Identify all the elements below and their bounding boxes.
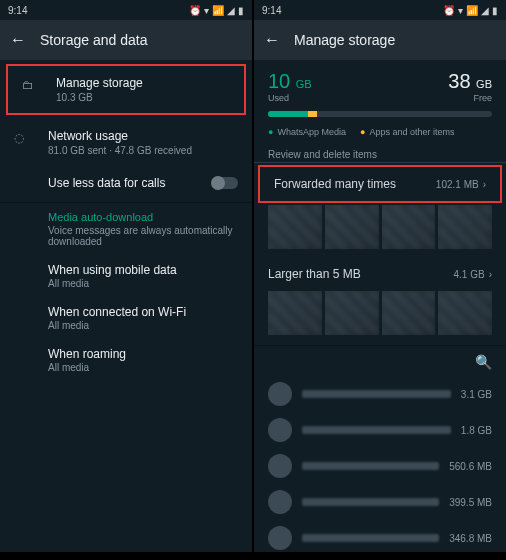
appbar-title: Storage and data — [40, 32, 147, 48]
thumbnail[interactable] — [325, 291, 379, 335]
storage-bar-media — [268, 111, 308, 117]
network-usage-label: Network usage — [48, 129, 238, 143]
mobile-data-row[interactable]: When using mobile data All media — [0, 255, 252, 297]
avatar — [268, 490, 292, 514]
storage-bar-other — [308, 111, 317, 117]
wifi-row[interactable]: When connected on Wi-Fi All media — [0, 297, 252, 339]
thumbnail[interactable] — [382, 291, 436, 335]
chat-size: 560.6 MB — [449, 461, 492, 472]
chat-size: 346.8 MB — [449, 533, 492, 544]
storage-and-data-screen: 9:14 ⏰▾📶◢▮ ← Storage and data 🗀 Manage s… — [0, 0, 252, 560]
manage-storage-label: Manage storage — [56, 76, 230, 90]
manage-storage-screen: 9:14 ⏰▾📶◢▮ ← Manage storage 10 GB Used 3… — [254, 0, 506, 560]
roaming-row[interactable]: When roaming All media — [0, 339, 252, 381]
chat-name-blurred — [302, 462, 439, 470]
chat-row[interactable]: 3.1 GB — [254, 376, 506, 412]
wifi-label: When connected on Wi-Fi — [48, 305, 238, 319]
auto-download-sub: Voice messages are always automatically … — [0, 225, 252, 255]
less-data-row[interactable]: Use less data for calls — [0, 166, 252, 200]
app-bar: ← Manage storage — [254, 20, 506, 60]
chat-size: 3.1 GB — [461, 389, 492, 400]
wifi-sub: All media — [48, 320, 238, 331]
chevron-right-icon: › — [489, 269, 492, 280]
storage-summary: 10 GB Used 38 GB Free — [254, 60, 506, 107]
used-label: Used — [268, 93, 312, 103]
chat-name-blurred — [302, 390, 451, 398]
spacer — [14, 182, 32, 184]
appbar-title: Manage storage — [294, 32, 395, 48]
status-bar: 9:14 ⏰▾📶◢▮ — [0, 0, 252, 20]
forwarded-many-times-row[interactable]: Forwarded many times 102.1 MB› — [258, 165, 502, 203]
auto-download-title: Media auto-download — [0, 205, 252, 225]
thumbnail[interactable] — [382, 205, 436, 249]
storage-bar — [268, 111, 492, 117]
back-icon[interactable]: ← — [10, 31, 26, 49]
chat-name-blurred — [302, 426, 451, 434]
avatar — [268, 418, 292, 442]
chat-name-blurred — [302, 498, 439, 506]
thumbnail[interactable] — [268, 291, 322, 335]
roaming-sub: All media — [48, 362, 238, 373]
status-icons: ⏰▾📶◢▮ — [186, 5, 244, 16]
thumbnail[interactable] — [325, 205, 379, 249]
status-time: 9:14 — [262, 5, 281, 16]
chat-row[interactable]: 1.8 GB — [254, 412, 506, 448]
less-data-toggle[interactable] — [212, 177, 238, 189]
avatar — [268, 526, 292, 550]
chevron-right-icon: › — [483, 179, 486, 190]
free-label: Free — [448, 93, 492, 103]
larger-thumbnails[interactable] — [254, 291, 506, 343]
manage-storage-size: 10.3 GB — [56, 92, 230, 103]
storage-legend: WhatsApp Media Apps and other items — [254, 125, 506, 145]
free-number: 38 GB — [448, 70, 492, 92]
folder-icon: 🗀 — [22, 76, 40, 92]
chat-row[interactable]: 560.6 MB — [254, 448, 506, 484]
status-time: 9:14 — [8, 5, 27, 16]
chat-row[interactable]: 346.8 MB — [254, 520, 506, 556]
thumbnail[interactable] — [438, 291, 492, 335]
larger-than-5mb-row[interactable]: Larger than 5 MB 4.1 GB› — [254, 257, 506, 291]
data-usage-icon: ◌ — [14, 129, 32, 145]
back-icon[interactable]: ← — [264, 31, 280, 49]
thumbnail[interactable] — [268, 205, 322, 249]
search-row: 🔍 — [254, 348, 506, 376]
avatar — [268, 454, 292, 478]
chat-row[interactable]: 399.5 MB — [254, 484, 506, 520]
search-icon[interactable]: 🔍 — [475, 354, 492, 370]
thumbnail[interactable] — [438, 205, 492, 249]
legend-other: Apps and other items — [360, 127, 455, 137]
legend-media: WhatsApp Media — [268, 127, 346, 137]
mobile-sub: All media — [48, 278, 238, 289]
chat-size: 1.8 GB — [461, 425, 492, 436]
forwarded-label: Forwarded many times — [274, 177, 396, 191]
status-bar: 9:14 ⏰▾📶◢▮ — [254, 0, 506, 20]
manage-storage-row[interactable]: 🗀 Manage storage 10.3 GB — [6, 64, 246, 115]
larger-label: Larger than 5 MB — [268, 267, 361, 281]
chat-size: 399.5 MB — [449, 497, 492, 508]
app-bar: ← Storage and data — [0, 20, 252, 60]
review-header: Review and delete items — [254, 145, 506, 163]
forwarded-thumbnails[interactable] — [254, 205, 506, 257]
avatar — [268, 382, 292, 406]
forwarded-size: 102.1 MB — [436, 179, 479, 190]
chat-name-blurred — [302, 534, 439, 542]
larger-size: 4.1 GB — [454, 269, 485, 280]
network-usage-sub: 81.0 GB sent · 47.8 GB received — [48, 145, 238, 156]
roaming-label: When roaming — [48, 347, 238, 361]
used-number: 10 GB — [268, 70, 312, 92]
network-usage-row[interactable]: ◌ Network usage 81.0 GB sent · 47.8 GB r… — [0, 119, 252, 166]
status-icons: ⏰▾📶◢▮ — [440, 5, 498, 16]
mobile-label: When using mobile data — [48, 263, 238, 277]
less-data-label: Use less data for calls — [48, 176, 196, 190]
